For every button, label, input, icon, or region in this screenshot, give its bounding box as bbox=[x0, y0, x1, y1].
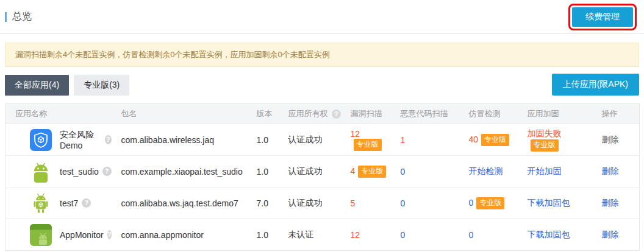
tab-pro-version[interactable]: 专业版(3) bbox=[74, 75, 129, 96]
header-app-name: 应用名称 bbox=[5, 104, 116, 124]
start-detect-link[interactable]: 开始检测 bbox=[469, 166, 503, 176]
app-name: 安全风险Demo bbox=[60, 130, 101, 150]
version: 1.0 bbox=[252, 219, 284, 251]
malicious-scan-count[interactable]: 1 bbox=[401, 135, 406, 145]
tabs-row: 全部应用(4) 专业版(3) 上传应用(限APK) bbox=[5, 74, 639, 96]
top-bar: 总览 续费管理 bbox=[0, 0, 644, 34]
ownership-help-icon[interactable]: ? bbox=[332, 110, 341, 119]
quota-alert-bar: 漏洞扫描剩余4个未配置实例，仿冒检测剩余0个未配置实例，应用加固剩余0个未配置实… bbox=[5, 43, 639, 67]
pro-badge: 专业版 bbox=[358, 166, 386, 178]
vuln-scan-count[interactable]: 12 bbox=[351, 129, 360, 139]
page-title: 总览 bbox=[5, 10, 32, 23]
app-filter-tabs: 全部应用(4) 专业版(3) bbox=[5, 75, 129, 96]
app-help-icon[interactable]: ? bbox=[82, 198, 91, 208]
app-help-icon[interactable]: ? bbox=[105, 135, 112, 144]
download-reinforce-package-link[interactable]: 下载加固包 bbox=[528, 229, 570, 239]
android-bust-icon bbox=[30, 161, 52, 183]
table-row: test7 ? com.alibaba.ws.jaq.test.demo7 7.… bbox=[5, 187, 640, 219]
reinforce-status: 加固失败 bbox=[528, 128, 562, 138]
table-header-row: 应用名称 包名 版本 应用所有权? 漏洞扫描 恶意代码扫描 仿冒检测 应用加固 … bbox=[5, 104, 640, 124]
upload-app-button[interactable]: 上传应用(限APK) bbox=[552, 74, 639, 96]
vuln-scan-count[interactable]: 4 bbox=[351, 166, 356, 176]
version: 7.0 bbox=[252, 187, 284, 219]
quota-alert-text: 漏洞扫描剩余4个未配置实例，仿冒检测剩余0个未配置实例，应用加固剩余0个未配置实… bbox=[15, 50, 330, 59]
download-reinforce-package-link[interactable]: 下载加固包 bbox=[528, 198, 570, 208]
renew-management-button[interactable]: 续费管理 bbox=[572, 7, 633, 27]
counterfeit-count[interactable]: 0 bbox=[469, 198, 474, 208]
ownership-status: 认证成功 bbox=[284, 124, 346, 156]
page-title-text: 总览 bbox=[12, 10, 32, 23]
counterfeit-count[interactable]: 40 bbox=[469, 135, 479, 144]
pro-badge: 专业版 bbox=[476, 197, 504, 209]
title-accent-bar bbox=[5, 12, 7, 22]
delete-link[interactable]: 删除 bbox=[602, 166, 619, 176]
ownership-status: 认证成功 bbox=[284, 187, 346, 219]
table-row: AppMonitor ? com.anna.appmonitor 1.0 未认证… bbox=[5, 219, 640, 251]
green-app-icon bbox=[30, 224, 52, 246]
app-name: test7 bbox=[60, 198, 78, 208]
red-annotation-box: 续费管理 bbox=[568, 4, 637, 30]
android-robot-icon bbox=[30, 192, 52, 214]
start-reinforce-link[interactable]: 开始加固 bbox=[528, 166, 562, 176]
vuln-scan-count[interactable]: 12 bbox=[351, 230, 360, 240]
counterfeit-count[interactable]: 0 bbox=[469, 230, 474, 240]
delete-link[interactable]: 删除 bbox=[602, 198, 619, 208]
app-help-icon[interactable]: ? bbox=[107, 230, 112, 239]
malicious-scan-count[interactable]: 0 bbox=[401, 230, 406, 240]
malicious-scan-count[interactable]: 0 bbox=[401, 167, 406, 177]
table-row: 安全风险Demo ? com.alibaba.wireless.jaq 1.0 … bbox=[5, 124, 640, 156]
app-name: AppMonitor bbox=[60, 230, 104, 240]
table-row: test_sudio ? com.example.xiaopai.test_su… bbox=[5, 156, 640, 187]
header-version: 版本 bbox=[252, 104, 284, 124]
package-name: com.alibaba.wireless.jaq bbox=[116, 124, 252, 156]
app-name: test_sudio bbox=[60, 167, 99, 177]
app-table: 应用名称 包名 版本 应用所有权? 漏洞扫描 恶意代码扫描 仿冒检测 应用加固 … bbox=[5, 103, 640, 251]
pro-badge: 专业版 bbox=[481, 134, 509, 146]
header-ownership: 应用所有权? bbox=[284, 104, 346, 124]
package-name: com.alibaba.ws.jaq.test.demo7 bbox=[116, 187, 252, 219]
header-package: 包名 bbox=[116, 104, 252, 124]
vuln-scan-count[interactable]: 5 bbox=[351, 198, 356, 208]
delete-link: 删除 bbox=[602, 135, 619, 144]
package-name: com.anna.appmonitor bbox=[116, 219, 252, 251]
header-counterfeit-detect: 仿冒检测 bbox=[464, 104, 523, 124]
header-vuln-scan: 漏洞扫描 bbox=[346, 104, 396, 124]
package-name: com.example.xiaopai.test_sudio bbox=[116, 156, 252, 187]
malicious-scan-count[interactable]: 0 bbox=[401, 198, 406, 208]
shield-app-icon bbox=[30, 129, 52, 151]
tab-all-apps[interactable]: 全部应用(4) bbox=[5, 75, 69, 96]
pro-badge: 专业版 bbox=[531, 139, 559, 152]
header-malicious-code-scan: 恶意代码扫描 bbox=[396, 104, 464, 124]
app-help-icon[interactable]: ? bbox=[102, 167, 112, 176]
delete-link[interactable]: 删除 bbox=[602, 229, 619, 239]
header-operations: 操作 bbox=[597, 104, 640, 124]
ownership-status: 未认证 bbox=[284, 219, 346, 251]
version: 1.0 bbox=[252, 156, 284, 187]
ownership-status: 认证成功 bbox=[284, 156, 346, 187]
pro-badge: 专业版 bbox=[354, 139, 382, 151]
version: 1.0 bbox=[252, 124, 284, 156]
header-app-reinforce: 应用加固 bbox=[523, 104, 597, 124]
